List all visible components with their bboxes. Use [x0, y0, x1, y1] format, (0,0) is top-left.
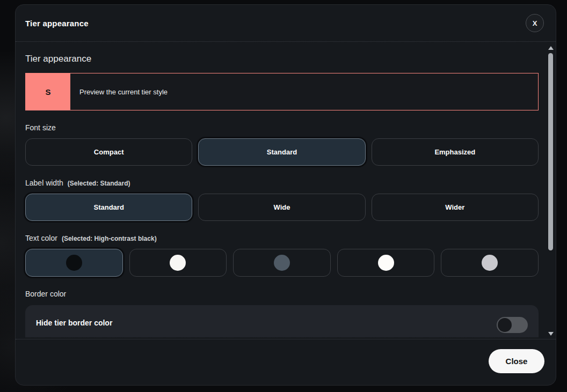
hide-border-color-card: Hide tier border color — [25, 305, 539, 337]
scroll-up-icon[interactable] — [548, 46, 554, 50]
toggle-knob — [498, 318, 512, 332]
text-color-swatch-slate-gray[interactable] — [233, 249, 331, 277]
text-color-options — [25, 249, 539, 277]
color-dot — [482, 255, 498, 271]
page-title: Tier appearance — [25, 54, 539, 64]
scrollbar-thumb[interactable] — [548, 53, 553, 250]
font-size-option-compact[interactable]: Compact — [25, 138, 192, 166]
dialog-title: Tier appearance — [25, 19, 89, 28]
label-width-option-wider[interactable]: Wider — [372, 194, 539, 221]
tier-appearance-dialog: Tier appearance X Tier appearance S Prev… — [15, 4, 556, 386]
label-width-option-wide[interactable]: Wide — [198, 194, 365, 221]
text-color-swatch-white[interactable] — [129, 249, 227, 277]
font-size-option-emphasized[interactable]: Emphasized — [372, 138, 539, 166]
close-icon[interactable]: X — [526, 14, 544, 32]
text-color-swatch-off-white[interactable] — [337, 249, 435, 277]
font-size-option-standard[interactable]: Standard — [198, 138, 365, 166]
preview-description: Preview the current tier style — [70, 73, 168, 110]
hide-border-color-toggle[interactable] — [497, 317, 528, 333]
text-color-swatch-light-gray[interactable] — [441, 249, 539, 277]
text-color-label: Text color (Selected: High-contrast blac… — [25, 234, 539, 242]
tier-label-swatch: S — [26, 73, 70, 110]
color-dot — [66, 255, 82, 271]
color-dot — [378, 255, 394, 271]
text-color-selected-note: (Selected: High-contrast black) — [62, 235, 157, 242]
scrollbar[interactable] — [548, 43, 554, 339]
label-width-option-standard[interactable]: Standard — [25, 194, 192, 221]
label-width-selected-note: (Selected: Standard) — [68, 180, 130, 187]
close-button[interactable]: Close — [489, 349, 544, 373]
dialog-header: Tier appearance X — [16, 5, 556, 42]
hide-border-color-label: Hide tier border color — [36, 315, 112, 327]
text-color-swatch-high-contrast-black[interactable] — [25, 249, 123, 277]
scroll-down-icon[interactable] — [548, 332, 554, 336]
border-color-label: Border color — [25, 290, 539, 298]
tier-style-preview: S Preview the current tier style — [25, 73, 539, 110]
label-width-label: Label width (Selected: Standard) — [25, 179, 539, 187]
color-dot — [170, 255, 186, 271]
label-width-options: Standard Wide Wider — [25, 194, 539, 221]
color-dot — [274, 255, 290, 271]
font-size-label: Font size — [25, 123, 539, 132]
dialog-footer: Close — [16, 339, 556, 385]
dialog-scroll-area: Tier appearance S Preview the current ti… — [16, 42, 556, 339]
font-size-options: Compact Standard Emphasized — [25, 138, 539, 166]
